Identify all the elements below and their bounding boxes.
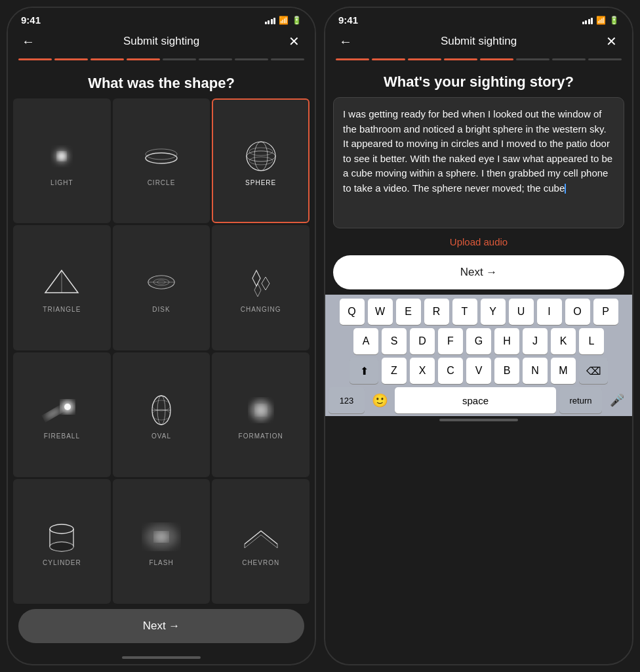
keyboard-row-2: A S D F G H J K L [327, 328, 630, 354]
key-n[interactable]: N [523, 358, 548, 384]
key-w[interactable]: W [368, 299, 393, 325]
key-m[interactable]: M [551, 358, 576, 384]
status-icons-left: 📶 🔋 [265, 16, 302, 25]
left-phone: 9:41 📶 🔋 ← Submit sighting ✕ [7, 7, 316, 665]
close-button-right[interactable]: ✕ [602, 33, 622, 49]
key-e[interactable]: E [396, 299, 421, 325]
svg-marker-18 [254, 284, 261, 297]
svg-point-7 [249, 157, 273, 165]
status-icons-right: 📶 🔋 [582, 16, 620, 25]
shape-label-circle: CIRCLE [148, 179, 176, 186]
progress-seg-5 [163, 58, 196, 60]
key-a[interactable]: A [353, 328, 378, 354]
wifi-icon: 📶 [279, 16, 289, 25]
next-button-left[interactable]: Next → [18, 609, 304, 643]
r-progress-seg-3 [408, 58, 441, 60]
back-button-right[interactable]: ← [336, 34, 355, 49]
svg-point-25 [152, 400, 170, 411]
r-progress-seg-7 [552, 58, 586, 60]
key-y[interactable]: Y [481, 299, 506, 325]
shape-cell-disk[interactable]: DISK [113, 225, 210, 350]
shape-cell-oval[interactable]: OVAL [113, 352, 210, 477]
shape-label-light: LIGHT [50, 179, 73, 186]
shape-cell-formation[interactable]: FORMATION [212, 352, 310, 477]
key-r[interactable]: R [424, 299, 449, 325]
shapes-grid: LIGHT CIRCLE [8, 98, 315, 604]
r-progress-seg-5 [480, 58, 513, 60]
key-l[interactable]: L [579, 328, 604, 354]
next-button-right[interactable]: Next → [333, 255, 624, 289]
progress-seg-8 [271, 58, 304, 60]
key-d[interactable]: D [410, 328, 435, 354]
key-emoji[interactable]: 🙂 [368, 387, 391, 413]
key-k[interactable]: K [551, 328, 576, 354]
shape-cell-chevron[interactable]: CHEVRON [212, 479, 310, 604]
key-c[interactable]: C [438, 358, 463, 384]
svg-point-21 [64, 404, 71, 410]
r-progress-seg-4 [444, 58, 477, 60]
r-progress-seg-1 [336, 58, 369, 60]
progress-seg-3 [90, 58, 124, 60]
svg-point-5 [247, 151, 275, 161]
keyboard-row-3: ⬆ Z X C V B N M ⌫ [327, 358, 630, 384]
shape-label-flash: FLASH [149, 559, 173, 566]
nav-title-right: Submit sighting [441, 35, 517, 48]
key-z[interactable]: Z [382, 358, 407, 384]
status-time-right: 9:41 [338, 14, 358, 26]
key-f[interactable]: F [438, 328, 463, 354]
key-g[interactable]: G [466, 328, 491, 354]
close-button-left[interactable]: ✕ [285, 33, 304, 49]
shape-cell-changing[interactable]: CHANGING [212, 225, 310, 350]
key-x[interactable]: X [410, 358, 435, 384]
key-space[interactable]: space [395, 387, 556, 413]
shape-cell-light[interactable]: LIGHT [13, 98, 111, 223]
shape-cell-sphere[interactable]: SPHERE [212, 98, 310, 223]
nav-bar-right: ← Submit sighting ✕ [325, 28, 632, 54]
key-o[interactable]: O [565, 299, 590, 325]
shape-label-fireball: FIREBALL [44, 432, 80, 440]
progress-bar-left [8, 54, 315, 66]
key-j[interactable]: J [523, 328, 548, 354]
upload-audio-button[interactable]: Upload audio [325, 228, 632, 255]
key-s[interactable]: S [382, 328, 407, 354]
text-cursor [565, 184, 566, 194]
keyboard-row-1: Q W E R T Y U I O P [327, 299, 630, 325]
shape-cell-flash[interactable]: FLASH [113, 479, 210, 604]
progress-seg-1 [18, 58, 52, 60]
signal-icon [265, 16, 276, 24]
shape-label-disk: DISK [152, 306, 170, 313]
progress-seg-6 [199, 58, 232, 60]
key-i[interactable]: I [537, 299, 562, 325]
progress-bar-right [325, 54, 632, 66]
story-question: What's your sighting story? [325, 66, 632, 97]
keyboard-bottom-row: 123 🙂 space return 🎤 [327, 387, 630, 413]
shape-cell-fireball[interactable]: FIREBALL [13, 352, 111, 477]
svg-point-28 [256, 405, 266, 415]
key-b[interactable]: B [494, 358, 519, 384]
back-button-left[interactable]: ← [18, 34, 38, 49]
key-t[interactable]: T [452, 299, 477, 325]
r-progress-seg-8 [588, 58, 622, 60]
key-mic[interactable]: 🎤 [605, 387, 629, 413]
key-return[interactable]: return [559, 387, 602, 413]
nav-title-left: Submit sighting [123, 35, 199, 48]
progress-seg-4 [127, 58, 160, 60]
key-q[interactable]: Q [340, 299, 365, 325]
key-p[interactable]: P [593, 299, 618, 325]
svg-marker-16 [252, 270, 260, 286]
r-progress-seg-2 [372, 58, 405, 60]
status-bar-right: 9:41 📶 🔋 [325, 8, 632, 28]
home-indicator-right [439, 419, 518, 421]
shape-cell-cylinder[interactable]: CYLINDER [13, 479, 111, 604]
key-numbers[interactable]: 123 [329, 387, 365, 413]
key-v[interactable]: V [466, 358, 491, 384]
story-textarea[interactable]: I was getting ready for bed when I looke… [333, 97, 624, 228]
key-delete[interactable]: ⌫ [579, 358, 608, 384]
r-progress-seg-6 [516, 58, 550, 60]
shape-question: What was the shape? [8, 66, 315, 98]
key-h[interactable]: H [494, 328, 519, 354]
key-shift[interactable]: ⬆ [350, 358, 378, 384]
shape-cell-circle[interactable]: CIRCLE [113, 98, 210, 223]
shape-cell-triangle[interactable]: TRIANGLE [13, 225, 111, 350]
key-u[interactable]: U [509, 299, 534, 325]
